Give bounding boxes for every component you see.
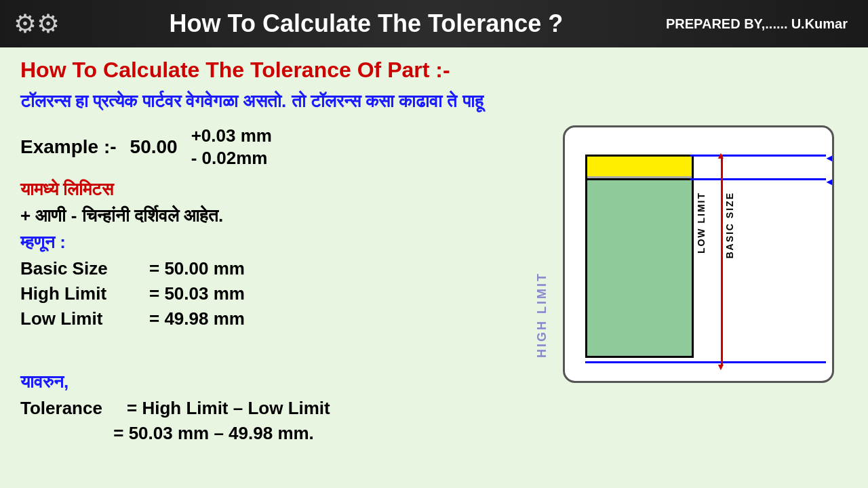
tolerances: +0.03 mm - 0.02mm — [191, 125, 272, 169]
left-section: Example :- 50.00 +0.03 mm - 0.02mm यामध्… — [20, 125, 549, 448]
header-title: How To Calculate The Tolerance ? — [66, 9, 666, 38]
blue-arrow-mid: ◄ — [824, 175, 834, 189]
prepared-by-label: PREPARED BY,...... — [666, 16, 788, 31]
low-limit-equals — [119, 308, 139, 329]
tolerance-calc-row: = 50.03 mm – 49.98 mm. — [20, 423, 549, 444]
example-base-value: 50.00 — [130, 136, 178, 158]
diagram-inner: ◄ ◄ ▲ ▼ LOW LIMIT BASIC SIZE — [585, 138, 741, 368]
yavarun-label: यावरुन, — [20, 371, 549, 392]
content-row: Example :- 50.00 +0.03 mm - 0.02mm यामध्… — [20, 125, 848, 448]
measurements: Basic Size = 50.00 mm High Limit = 50.03… — [20, 258, 528, 333]
high-limit-value: = 50.03 mm — [149, 283, 245, 304]
low-limit-row: Low Limit = 49.98 mm — [20, 308, 528, 329]
yellow-bar — [585, 155, 694, 178]
blue-line-top — [690, 155, 826, 157]
measurements-container: Basic Size = 50.00 mm High Limit = 50.03… — [20, 258, 549, 358]
section3: म्हणून : — [20, 232, 549, 253]
high-limit-row: High Limit = 50.03 mm — [20, 283, 528, 304]
basic-size-row: Basic Size = 50.00 mm — [20, 258, 528, 279]
high-limit-equals — [119, 283, 139, 304]
header: ⚙⚙ How To Calculate The Tolerance ? PREP… — [0, 0, 868, 47]
main-title: How To Calculate The Tolerance Of Part :… — [20, 58, 848, 83]
logo: ⚙⚙ — [14, 9, 60, 39]
gear-icon: ⚙⚙ — [14, 9, 60, 39]
red-arrow-bottom: ▼ — [716, 361, 726, 372]
diagram-section: ◄ ◄ ▲ ▼ LOW LIMIT BASIC SIZE — [563, 125, 848, 396]
section1: यामध्ये लिमिटस — [20, 179, 549, 200]
section2: + आणी - चिन्हांनी दर्शिवले आहेत. — [20, 205, 549, 226]
blue-line-mid — [690, 178, 826, 180]
basic-size-label: Basic Size — [20, 258, 108, 279]
tolerance-label: Tolerance — [20, 398, 102, 418]
low-limit-label: Low Limit — [20, 308, 108, 329]
tol-plus: +0.03 mm — [191, 125, 272, 146]
bottom-section: यावरुन, Tolerance = High Limit – Low Lim… — [20, 371, 549, 444]
basic-size-value: = 50.00 mm — [149, 258, 245, 279]
example-label: Example :- — [20, 136, 117, 158]
subtitle: टॉलरन्स हा प्रत्येक पार्टवर वेगवेगळा असत… — [20, 91, 848, 112]
blue-arrow-top: ◄ — [824, 151, 834, 165]
red-line — [721, 155, 723, 365]
basic-size-diagram-label: BASIC SIZE — [724, 192, 735, 259]
high-limit-vertical-text: HIGH LIMIT — [535, 272, 549, 358]
tolerance-formula: = High Limit – Low Limit — [127, 398, 330, 418]
header-author: PREPARED BY,...... U.Kumar — [666, 16, 854, 32]
author-name: U.Kumar — [791, 16, 848, 31]
tolerance-row: Tolerance = High Limit – Low Limit — [20, 398, 549, 419]
example-line: Example :- 50.00 +0.03 mm - 0.02mm — [20, 125, 549, 169]
red-arrow-top: ▲ — [716, 150, 726, 161]
blue-line-bottom — [585, 361, 826, 363]
green-rect — [585, 178, 694, 358]
low-limit-value: = 49.98 mm — [149, 308, 245, 329]
low-limit-diagram-label: LOW LIMIT — [696, 192, 707, 253]
main-content: How To Calculate The Tolerance Of Part :… — [0, 47, 868, 458]
basic-size-equals — [119, 258, 139, 279]
diagram-box: ◄ ◄ ▲ ▼ LOW LIMIT BASIC SIZE — [563, 125, 834, 383]
tolerance-calc-value: = 50.03 mm – 49.98 mm. — [113, 423, 314, 443]
high-limit-label: High Limit — [20, 283, 108, 304]
tol-minus: - 0.02mm — [191, 148, 272, 169]
